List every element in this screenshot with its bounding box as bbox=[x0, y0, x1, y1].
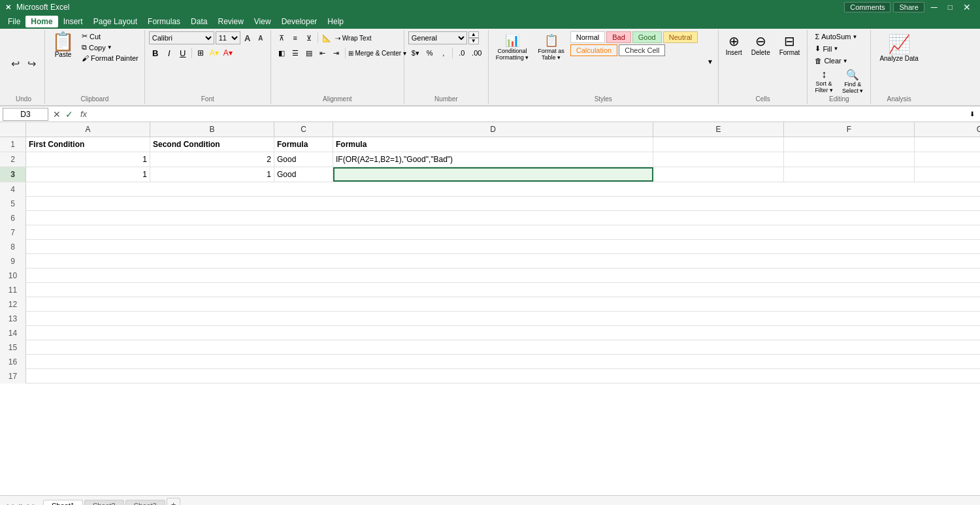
styles-more-button[interactable]: ▼ bbox=[706, 57, 714, 66]
row-header[interactable]: 10 bbox=[0, 269, 26, 283]
row-header[interactable]: 15 bbox=[0, 340, 26, 355]
delete-cells-button[interactable]: ⊖ Delete bbox=[748, 31, 774, 58]
menu-file[interactable]: File bbox=[3, 16, 25, 27]
sort-filter-button[interactable]: ↕ Sort & Filter ▾ bbox=[811, 67, 836, 95]
name-box[interactable] bbox=[3, 108, 48, 121]
sheet-tab-sheet2[interactable]: Sheet2 bbox=[84, 500, 124, 505]
style-normal[interactable]: Normal bbox=[570, 31, 605, 43]
row-header[interactable]: 4 bbox=[0, 182, 26, 197]
cell-g1[interactable] bbox=[915, 137, 980, 152]
fill-color-button[interactable]: A▾ bbox=[208, 46, 221, 59]
align-top-button[interactable]: ⊼ bbox=[275, 31, 288, 44]
paste-button[interactable]: 📋 Paste bbox=[49, 31, 77, 59]
comma-button[interactable]: , bbox=[437, 46, 450, 59]
align-center-button[interactable]: ☰ bbox=[289, 46, 302, 59]
clear-button[interactable]: 🗑 Clear ▼ bbox=[811, 56, 866, 66]
expand-formula-button[interactable]: ⬇ bbox=[967, 108, 977, 121]
font-decrease-button[interactable]: A bbox=[255, 31, 267, 44]
confirm-formula-button[interactable]: ✓ bbox=[63, 108, 75, 120]
cell-a3[interactable]: 1 bbox=[26, 167, 150, 182]
tab-scroll-prev-button[interactable]: ◀ bbox=[14, 502, 20, 505]
autosum-button[interactable]: Σ AutoSum ▼ bbox=[811, 31, 866, 42]
cell-f3[interactable] bbox=[784, 167, 915, 182]
align-bottom-button[interactable]: ⊻ bbox=[302, 31, 316, 44]
percent-button[interactable]: % bbox=[423, 46, 436, 59]
sheet-tab-sheet3[interactable]: Sheet3 bbox=[125, 500, 165, 505]
style-neutral[interactable]: Neutral bbox=[663, 31, 698, 43]
cut-button[interactable]: ✂ Cut bbox=[80, 31, 140, 41]
font-name-select[interactable]: Calibri bbox=[149, 31, 214, 44]
borders-button[interactable]: ⊞ bbox=[194, 46, 207, 59]
sheet-tab-sheet1[interactable]: Sheet1 bbox=[43, 500, 83, 505]
number-format-select[interactable]: General bbox=[408, 31, 467, 44]
maximize-button[interactable]: □ bbox=[944, 2, 956, 12]
merge-center-button[interactable]: ⊞ Merge & Center ▾ bbox=[348, 46, 400, 59]
redo-button[interactable]: ↪ bbox=[24, 54, 39, 73]
tab-scroll-next-button[interactable]: ▶ bbox=[21, 502, 26, 505]
align-middle-button[interactable]: ≡ bbox=[289, 31, 302, 44]
cell-a2[interactable]: 1 bbox=[26, 152, 150, 167]
cell-d1[interactable]: Formula bbox=[333, 137, 653, 152]
decrease-decimal-button[interactable]: .00 bbox=[470, 46, 484, 59]
row-header[interactable]: 13 bbox=[0, 312, 26, 326]
col-header-e[interactable]: E bbox=[653, 122, 784, 137]
menu-page-layout[interactable]: Page Layout bbox=[88, 16, 142, 27]
cell-b1[interactable]: Second Condition bbox=[150, 137, 274, 152]
menu-data[interactable]: Data bbox=[186, 16, 212, 27]
format-cells-button[interactable]: ⊟ Format bbox=[776, 31, 804, 58]
cell-f1[interactable] bbox=[784, 137, 915, 152]
menu-developer[interactable]: Developer bbox=[276, 16, 323, 27]
share-button[interactable]: Share bbox=[893, 2, 924, 12]
cell-e2[interactable] bbox=[653, 152, 784, 167]
cell-e3[interactable] bbox=[653, 167, 784, 182]
bold-button[interactable]: B bbox=[149, 46, 162, 59]
add-sheet-button[interactable]: + bbox=[167, 498, 181, 505]
formula-input[interactable] bbox=[94, 108, 964, 121]
col-header-d[interactable]: D bbox=[333, 122, 653, 137]
copy-button[interactable]: ⧉ Copy ▼ bbox=[80, 42, 140, 52]
menu-view[interactable]: View bbox=[249, 16, 276, 27]
cell-d2[interactable]: IF(OR(A2=1,B2=1),"Good","Bad") bbox=[333, 152, 653, 167]
row-header[interactable]: 1 bbox=[0, 137, 26, 152]
row-header[interactable]: 5 bbox=[0, 197, 26, 211]
decrease-indent-button[interactable]: ⇤ bbox=[316, 46, 329, 59]
cell-c3[interactable]: Good bbox=[274, 167, 333, 182]
menu-review[interactable]: Review bbox=[212, 16, 248, 27]
number-format-up[interactable]: ▲ bbox=[468, 31, 479, 38]
increase-indent-button[interactable]: ⇥ bbox=[330, 46, 343, 59]
row-header[interactable]: 16 bbox=[0, 355, 26, 369]
style-bad[interactable]: Bad bbox=[606, 31, 631, 43]
style-good[interactable]: Good bbox=[632, 31, 662, 43]
conditional-formatting-button[interactable]: 📊 Conditional Formatting ▾ bbox=[493, 31, 532, 63]
row-header[interactable]: 9 bbox=[0, 254, 26, 269]
cancel-formula-button[interactable]: ✕ bbox=[51, 108, 63, 120]
col-header-b[interactable]: B bbox=[150, 122, 274, 137]
cell-c1[interactable]: Formula bbox=[274, 137, 333, 152]
cell-g2[interactable] bbox=[915, 152, 980, 167]
cell-d3[interactable] bbox=[333, 167, 653, 182]
text-angle-button[interactable]: 📐 bbox=[320, 31, 333, 44]
tab-scroll-right-button[interactable]: ▶▶ bbox=[27, 502, 38, 505]
accounting-format-button[interactable]: $▾ bbox=[408, 46, 423, 59]
minimize-button[interactable]: ─ bbox=[927, 2, 941, 12]
find-select-button[interactable]: 🔍 Find & Select ▾ bbox=[839, 67, 867, 95]
wrap-text-button[interactable]: ⇢ Wrap Text bbox=[334, 31, 373, 44]
italic-button[interactable]: I bbox=[163, 46, 176, 59]
number-format-down[interactable]: ▼ bbox=[468, 38, 479, 44]
align-left-button[interactable]: ◧ bbox=[275, 46, 288, 59]
cell-f2[interactable] bbox=[784, 152, 915, 167]
close-button[interactable]: ✕ bbox=[959, 2, 975, 12]
col-header-f[interactable]: F bbox=[784, 122, 915, 137]
row-header[interactable]: 14 bbox=[0, 326, 26, 340]
col-header-g[interactable]: G bbox=[915, 122, 980, 137]
tab-scroll-left-button[interactable]: ◀◀ bbox=[3, 502, 13, 505]
cell-a1[interactable]: First Condition bbox=[26, 137, 150, 152]
cell-c2[interactable]: Good bbox=[274, 152, 333, 167]
format-as-table-button[interactable]: 📋 Format as Table ▾ bbox=[534, 31, 568, 63]
row-header[interactable]: 8 bbox=[0, 240, 26, 254]
insert-cells-button[interactable]: ⊕ Insert bbox=[723, 31, 745, 58]
row-header[interactable]: 2 bbox=[0, 152, 26, 167]
col-header-a[interactable]: A bbox=[26, 122, 150, 137]
row-header[interactable]: 12 bbox=[0, 297, 26, 312]
row-header[interactable]: 3 bbox=[0, 167, 26, 182]
